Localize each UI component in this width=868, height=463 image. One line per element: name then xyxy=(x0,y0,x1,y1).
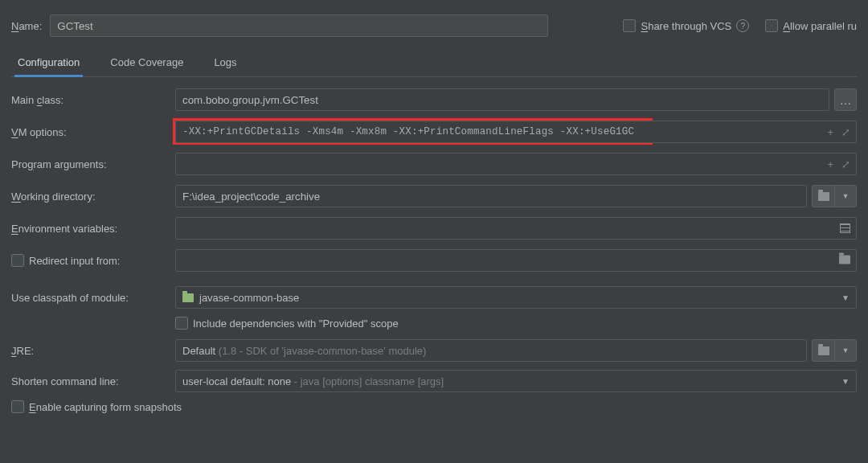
help-icon[interactable]: ? xyxy=(736,19,749,32)
main-class-label: Main class: xyxy=(11,94,175,106)
jre-dropdown-button[interactable]: ▼ xyxy=(834,339,857,362)
browse-jre-button[interactable] xyxy=(812,339,834,362)
row-redirect-input: Redirect input from: xyxy=(11,249,857,272)
shorten-cmd-select[interactable]: user-local default: none - java [options… xyxy=(175,370,857,392)
browse-class-button[interactable]: … xyxy=(834,88,857,111)
chevron-down-icon: ▼ xyxy=(841,377,850,386)
redirect-input-field[interactable] xyxy=(175,249,857,272)
classpath-select[interactable]: javase-common-base ▼ xyxy=(175,286,857,309)
row-vm-options: VM options: + ⤢ xyxy=(11,121,857,143)
tab-code-coverage[interactable]: Code Coverage xyxy=(107,50,186,76)
expand-icon[interactable]: ⤢ xyxy=(841,126,850,138)
vm-options-input[interactable] xyxy=(175,121,857,143)
checkbox-icon xyxy=(175,317,188,330)
tab-configuration[interactable]: Configuration xyxy=(14,50,83,76)
checkbox-icon xyxy=(11,400,24,413)
chevron-down-icon: ▼ xyxy=(841,293,850,302)
folder-dropdown-button[interactable]: ▼ xyxy=(834,185,857,207)
folder-icon[interactable] xyxy=(839,255,850,267)
program-args-label: Program arguments: xyxy=(11,158,175,170)
insert-macro-icon[interactable]: + xyxy=(827,158,833,170)
shorten-cmd-label: Shorten command line: xyxy=(11,375,175,387)
enable-capture-checkbox[interactable]: Enable capturing form snapshots xyxy=(11,400,182,413)
row-enable-capture: Enable capturing form snapshots xyxy=(11,400,857,413)
vm-options-label: VM options: xyxy=(11,126,175,138)
working-dir-input[interactable] xyxy=(175,185,807,207)
include-provided-checkbox[interactable]: Include dependencies with "Provided" sco… xyxy=(175,317,857,330)
main-class-input[interactable] xyxy=(175,88,829,111)
name-input[interactable] xyxy=(50,14,548,37)
expand-icon[interactable]: ⤢ xyxy=(841,158,850,170)
tab-logs[interactable]: Logs xyxy=(211,50,240,76)
checkbox-icon xyxy=(765,19,778,32)
checkbox-icon xyxy=(11,254,24,267)
redirect-input-checkbox[interactable]: Redirect input from: xyxy=(11,254,175,267)
insert-macro-icon[interactable]: + xyxy=(827,126,833,138)
list-icon[interactable] xyxy=(840,223,850,233)
allow-parallel-checkbox[interactable]: Allow parallel ru xyxy=(765,19,857,32)
program-args-input[interactable] xyxy=(175,153,857,175)
env-vars-label: Environment variables: xyxy=(11,223,175,235)
row-shorten-cmd: Shorten command line: user-local default… xyxy=(11,370,857,392)
row-env-vars: Environment variables: xyxy=(11,217,857,240)
jre-select[interactable]: Default (1.8 - SDK of 'javase-common-bas… xyxy=(175,339,807,362)
row-jre: JRE: Default (1.8 - SDK of 'javase-commo… xyxy=(11,339,857,362)
row-program-args: Program arguments: + ⤢ xyxy=(11,153,857,175)
classpath-label: Use classpath of module: xyxy=(11,292,175,304)
tabs: Configuration Code Coverage Logs xyxy=(11,50,857,77)
name-label: Name: xyxy=(11,20,42,32)
row-working-dir: Working directory: ▼ xyxy=(11,185,857,207)
jre-label: JRE: xyxy=(11,345,175,357)
folder-icon xyxy=(818,192,829,201)
checkbox-icon xyxy=(623,19,636,32)
module-icon xyxy=(182,293,194,302)
browse-folder-button[interactable] xyxy=(812,185,834,207)
folder-icon xyxy=(818,346,829,355)
share-vcs-checkbox[interactable]: Share through VCS ? xyxy=(623,19,749,32)
row-classpath: Use classpath of module: javase-common-b… xyxy=(11,286,857,309)
row-main-class: Main class: … xyxy=(11,88,857,111)
working-dir-label: Working directory: xyxy=(11,191,175,203)
env-vars-input[interactable] xyxy=(175,217,857,240)
